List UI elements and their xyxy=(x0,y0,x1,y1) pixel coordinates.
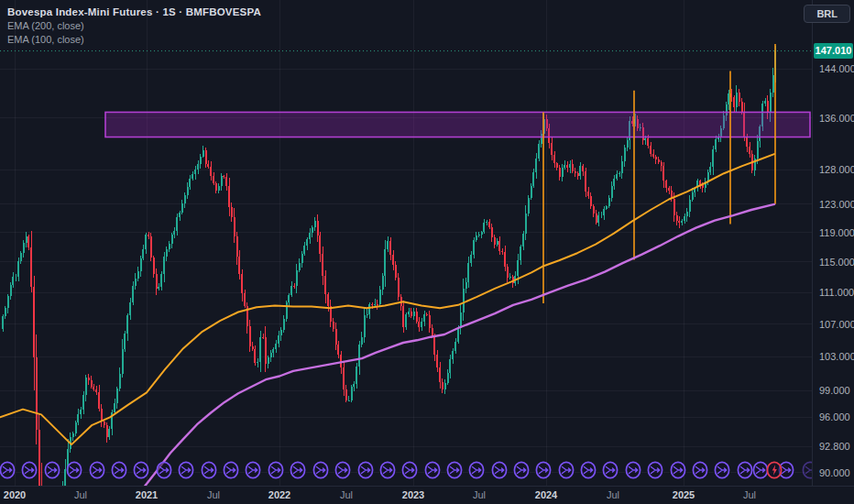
contract-rollover-icon[interactable] xyxy=(268,461,285,480)
time-tick-label: 2022 xyxy=(268,489,290,500)
contract-rollover-icon[interactable] xyxy=(714,461,731,480)
contract-rollover-icon[interactable] xyxy=(491,461,509,480)
contract-rollover-icon[interactable] xyxy=(692,461,709,480)
time-tick-label: Jul xyxy=(74,489,87,500)
contract-rollover-icon[interactable] xyxy=(178,461,195,480)
time-tick-label: Jul xyxy=(743,489,756,500)
contract-rollover-icon[interactable] xyxy=(379,461,397,480)
time-tick-label: 2025 xyxy=(673,489,695,500)
contract-rollover-icon[interactable] xyxy=(446,461,464,480)
contract-rollover-icon[interactable] xyxy=(558,461,575,480)
time-tick-label: Jul xyxy=(473,489,486,500)
contract-rollover-icon[interactable] xyxy=(468,461,486,480)
price-tick-label: 103.000 xyxy=(819,351,854,362)
contract-rollover-icon[interactable] xyxy=(0,461,16,480)
contract-rollover-icon[interactable] xyxy=(111,461,128,480)
price-tick-label: 144.000 xyxy=(819,63,854,74)
time-axis[interactable]: 2020Jul2021Jul2022Jul2023Jul2024Jul2025J… xyxy=(0,486,854,504)
contract-rollover-icon[interactable] xyxy=(357,461,375,480)
contract-rollover-icon[interactable] xyxy=(535,461,553,480)
contract-rollover-icon[interactable] xyxy=(401,461,419,480)
price-tick-label: 99.000 xyxy=(819,385,850,396)
price-tick-label: 136.000 xyxy=(819,113,854,124)
time-tick-label: 2020 xyxy=(4,489,26,500)
tradingview-chart-window: Bovespa Index-Mini Futures · 1S · BMFBOV… xyxy=(0,0,854,504)
price-tick-label: 111.000 xyxy=(819,287,854,298)
price-axis[interactable]: 147.010 144.000136.000128.000123.000119.… xyxy=(812,0,854,486)
contract-rollover-icon[interactable] xyxy=(312,461,330,480)
contract-rollover-icon[interactable] xyxy=(580,461,597,480)
price-tick-label: 119.000 xyxy=(819,227,854,238)
price-tick-label: 96.000 xyxy=(819,411,850,422)
price-tick-label: 123.000 xyxy=(819,199,854,210)
contract-rollover-icon[interactable] xyxy=(670,461,687,480)
contract-rollover-icon[interactable] xyxy=(89,461,106,480)
contract-rollover-icon[interactable] xyxy=(156,461,173,480)
contract-rollover-icon[interactable] xyxy=(647,461,664,480)
contract-alert-icon[interactable] xyxy=(766,461,783,480)
price-tick-label: 90.000 xyxy=(819,467,850,478)
time-tick-label: 2021 xyxy=(136,489,158,500)
time-tick-label: Jul xyxy=(607,489,619,500)
price-tick-label: 107.000 xyxy=(819,319,854,330)
contract-rollover-icon[interactable] xyxy=(424,461,442,480)
currency-unit-button[interactable]: BRL xyxy=(804,5,850,23)
contract-rollover-icon[interactable] xyxy=(245,461,262,480)
price-tick-label: 115.000 xyxy=(819,257,854,268)
contract-rollover-icon[interactable] xyxy=(21,461,38,480)
contract-rollover-icon[interactable] xyxy=(625,461,642,480)
contract-rollover-icon[interactable] xyxy=(334,461,352,480)
price-tick-label: 128.000 xyxy=(819,164,854,175)
last-price-label: 147.010 xyxy=(814,43,853,59)
contract-rollover-icon[interactable] xyxy=(201,461,218,480)
ema200-line xyxy=(145,204,774,486)
time-tick-label: Jul xyxy=(207,489,220,500)
contract-rollover-icon[interactable] xyxy=(223,461,240,480)
time-tick-label: 2023 xyxy=(402,489,424,500)
contract-rollover-icon[interactable] xyxy=(802,461,813,480)
candlestick-chart xyxy=(0,0,812,486)
ema100-line xyxy=(0,154,774,444)
time-tick-label: 2024 xyxy=(535,489,557,500)
supply-zone-rectangle[interactable] xyxy=(105,112,810,137)
time-tick-label: Jul xyxy=(340,489,353,500)
contract-rollover-icon[interactable] xyxy=(602,461,619,480)
chart-canvas[interactable] xyxy=(0,0,812,486)
contract-rollover-icon[interactable] xyxy=(44,461,61,480)
contract-rollover-icon[interactable] xyxy=(290,461,307,480)
contract-rollover-icon[interactable] xyxy=(133,461,150,480)
price-tick-label: 92.800 xyxy=(819,441,850,452)
contract-rollover-icon[interactable] xyxy=(66,461,83,480)
contract-rollover-icon[interactable] xyxy=(513,461,531,480)
